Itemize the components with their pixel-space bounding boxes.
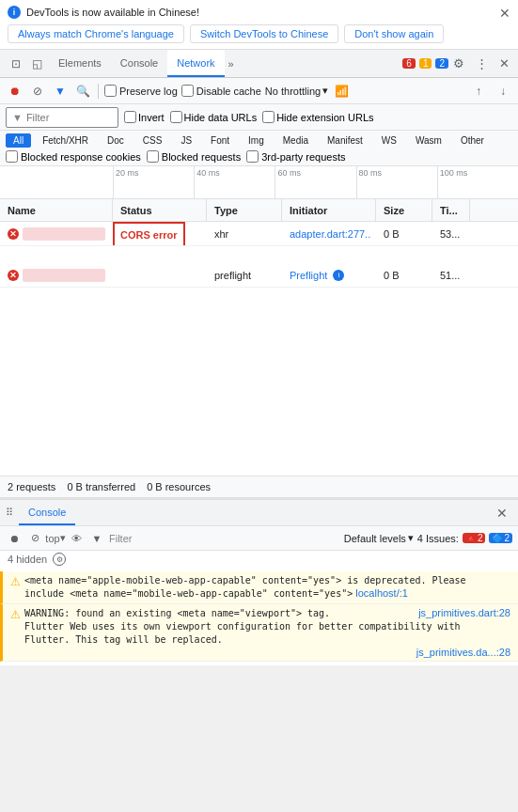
timeline-ruler: 20 ms 40 ms 60 ms 80 ms 100 ms	[0, 166, 518, 199]
td-status-1: CORS error 403	[113, 222, 207, 245]
disable-cache-checkbox[interactable]: Disable cache	[181, 85, 261, 97]
th-initiator[interactable]: Initiator	[282, 199, 376, 221]
filter-toggle-icon[interactable]: ▼	[51, 82, 70, 101]
close-notification-button[interactable]: ✕	[499, 6, 510, 21]
tab-console[interactable]: Console	[111, 50, 167, 77]
search-requests-icon[interactable]: 🔍	[73, 82, 92, 101]
preserve-log-input[interactable]	[104, 85, 117, 97]
table-body: ✕ CORS error 403 xhr adapter.dart:277.. …	[0, 222, 518, 288]
th-type[interactable]: Type	[207, 199, 282, 221]
hide-extension-urls-checkbox[interactable]: Hide extension URLs	[262, 111, 373, 123]
hide-data-urls-checkbox[interactable]: Hide data URLs	[170, 111, 258, 123]
console-clear-icon[interactable]: ⊘	[26, 530, 43, 547]
console-eye-icon[interactable]: 👁	[68, 530, 85, 547]
initiator-link-2[interactable]: Preflight	[290, 270, 327, 281]
console-msg-link-1[interactable]: localhost/:1	[355, 587, 408, 599]
type-btn-fetchxhr[interactable]: Fetch/XHR	[35, 133, 96, 148]
invert-checkbox[interactable]: Invert	[124, 111, 165, 123]
th-time[interactable]: Ti...	[432, 199, 470, 221]
clear-requests-icon[interactable]: ⊘	[28, 82, 47, 101]
info-icon: i	[8, 6, 21, 19]
status-code-text: 403	[120, 242, 137, 245]
third-party-checkbox[interactable]: 3rd-party requests	[246, 150, 345, 163]
table-row-wrapper-1: ✕ CORS error 403 xhr adapter.dart:277.. …	[0, 222, 518, 246]
tab-console-panel[interactable]: Console	[19, 500, 75, 525]
more-options-icon[interactable]: ⋮	[471, 54, 492, 74]
hide-data-urls-input[interactable]	[170, 111, 182, 123]
type-btn-doc[interactable]: Doc	[100, 133, 132, 148]
type-btn-font[interactable]: Font	[203, 133, 237, 148]
third-party-input[interactable]	[246, 150, 259, 163]
network-empty-area	[0, 288, 518, 476]
th-size[interactable]: Size	[376, 199, 432, 221]
warning-icon-2: ⚠	[10, 608, 21, 621]
type-btn-img[interactable]: Img	[241, 133, 272, 148]
settings-icon[interactable]: ⚙	[448, 54, 469, 74]
tick-80ms: 80 ms	[356, 166, 437, 198]
throttling-select[interactable]: No throttling ▾	[265, 85, 328, 97]
disable-cache-label: Disable cache	[196, 86, 261, 97]
issues-badge: 4 Issues: 🔺2 🔷2	[417, 533, 512, 544]
always-match-language-button[interactable]: Always match Chrome's language	[8, 24, 184, 43]
type-btn-wasm[interactable]: Wasm	[408, 133, 449, 148]
type-btn-css[interactable]: CSS	[135, 133, 170, 148]
type-btn-all[interactable]: All	[6, 133, 31, 148]
network-table: Name Status Type Initiator Size Ti... ✕ …	[0, 199, 518, 476]
console-panel: ⠿ Console ✕ ⏺ ⊘ top ▾ 👁 ▼ Filter Default…	[0, 498, 518, 665]
hide-extension-urls-input[interactable]	[262, 111, 275, 123]
initiator-link-1[interactable]: adapter.dart:277..	[290, 228, 370, 240]
type-btn-other[interactable]: Other	[453, 133, 492, 148]
console-msg-link-2[interactable]: js_primitives.dart:28	[418, 607, 510, 618]
switch-devtools-button[interactable]: Switch DevTools to Chinese	[190, 24, 338, 43]
console-hidden-count: 4 hidden ⚙	[0, 551, 518, 568]
console-stop-icon[interactable]: ⏺	[6, 530, 23, 547]
wifi-icon[interactable]: 📶	[332, 82, 351, 101]
record-stop-icon[interactable]: ⏺	[6, 82, 24, 101]
console-drag-handle[interactable]: ⠿	[6, 507, 13, 519]
preserve-log-checkbox[interactable]: Preserve log	[104, 85, 178, 97]
type-filter: All Fetch/XHR Doc CSS JS Font Img Media …	[0, 131, 518, 166]
dont-show-again-button[interactable]: Don't show again	[344, 24, 444, 43]
table-row[interactable]: ✕ CORS error 403 xhr adapter.dart:277.. …	[0, 222, 518, 246]
blocked-cookies-checkbox[interactable]: Blocked response cookies	[6, 150, 141, 163]
th-status[interactable]: Status	[113, 199, 207, 221]
disable-cache-input[interactable]	[181, 85, 194, 97]
type-btn-ws[interactable]: WS	[374, 133, 404, 148]
hide-extension-urls-label: Hide extension URLs	[276, 112, 373, 123]
blocked-requests-checkbox[interactable]: Blocked requests	[147, 150, 241, 163]
notification-bar: i DevTools is now available in Chinese! …	[0, 0, 518, 50]
type-btn-js[interactable]: JS	[173, 133, 199, 148]
filter-input-wrapper[interactable]: ▼	[6, 107, 118, 128]
tab-network[interactable]: Network	[167, 50, 224, 77]
blocked-requests-input[interactable]	[147, 150, 159, 163]
close-devtools-icon[interactable]: ✕	[494, 54, 514, 74]
filter-input[interactable]	[26, 112, 102, 123]
console-msg-link-3[interactable]: js_primitives.da...:28	[416, 647, 510, 658]
blocked-cookies-input[interactable]	[6, 150, 18, 163]
th-name[interactable]: Name	[0, 199, 113, 221]
devtools-tab-bar: ⊡ ◱ Elements Console Network » 6 1 2 ⚙ ⋮…	[0, 50, 518, 78]
inspect-element-icon[interactable]: ⊡	[8, 55, 24, 72]
default-levels-select[interactable]: Default levels ▾	[344, 532, 414, 544]
download-icon[interactable]: ↓	[494, 82, 512, 101]
device-toolbar-icon[interactable]: ◱	[28, 55, 45, 72]
tab-elements[interactable]: Elements	[49, 50, 111, 77]
issues-blue-badge: 🔷2	[489, 533, 512, 543]
issues-count-label: 4 Issues:	[417, 533, 459, 544]
hidden-settings-icon[interactable]: ⚙	[53, 553, 66, 566]
console-filter-icon[interactable]: ▼	[88, 530, 105, 547]
invert-input[interactable]	[124, 111, 136, 123]
type-btn-manifest[interactable]: Manifest	[320, 133, 370, 148]
upload-download-icons: ↑ ↓	[469, 82, 512, 101]
default-levels-arrow: ▾	[408, 532, 414, 544]
close-console-button[interactable]: ✕	[492, 503, 512, 523]
table-row[interactable]: ✕ preflight Preflight i 0 B 51...	[0, 263, 518, 288]
type-btn-media[interactable]: Media	[275, 133, 316, 148]
console-level-icon[interactable]: top ▾	[47, 530, 64, 547]
upload-icon[interactable]: ↑	[469, 82, 488, 101]
request-count: 2 requests	[8, 481, 55, 492]
blocked-cookies-label: Blocked response cookies	[21, 151, 141, 163]
tabs-overflow-button[interactable]: »	[225, 58, 238, 70]
blocked-requests-label: Blocked requests	[162, 151, 241, 163]
td-name-1: ✕	[0, 222, 113, 245]
